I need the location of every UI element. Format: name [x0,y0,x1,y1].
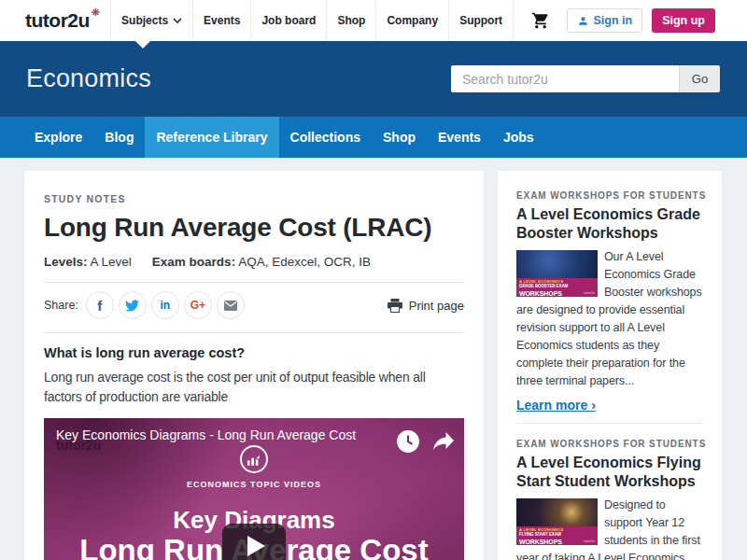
thumb-line2: FLYING START EXAM [519,533,598,538]
play-icon [247,536,265,556]
tab-blog[interactable]: Blog [93,117,145,158]
video-channel-badge: ECONOMICS TOPIC VIDEOS [44,445,464,489]
nav-company[interactable]: Company [375,0,448,41]
thumb-brand: tutor2u [584,291,595,295]
levels-value: A Level [91,255,132,269]
thumb-line2: GRADE BOOSTER EXAM [519,285,598,289]
nav-shop[interactable]: Shop [326,0,375,41]
tab-explore[interactable]: Explore [23,117,93,158]
print-page-label: Print page [409,299,464,313]
search-input[interactable] [451,65,679,92]
subject-banner: Economics Go [0,41,747,117]
article-body: Long run average cost is the cost per un… [44,368,464,407]
top-header: tutor2u ❋ Subjects Events Job board Shop… [0,0,747,41]
tab-reference-library-label: Reference Library [156,130,267,145]
thumbnail-caption: A LEVEL ECONOMICS GRADE BOOSTER EXAM WOR… [516,278,598,297]
sidebar-item-excerpt: A LEVEL ECONOMICS GRADE BOOSTER EXAM WOR… [516,248,703,390]
video-player[interactable]: tutor2u Key Economics Diagrams - Long Ru… [44,418,464,560]
tab-explore-label: Explore [35,130,82,145]
nav-company-label: Company [387,14,438,27]
sidebar-item-excerpt: A LEVEL ECONOMICS FLYING START EXAM WORK… [516,497,703,560]
learn-more-link[interactable]: Learn more › [516,398,596,413]
person-icon [577,15,589,27]
section-nav: Explore Blog Reference Library Collectio… [0,117,747,158]
email-icon [224,301,237,311]
article-title: Long Run Average Cost (LRAC) [44,213,464,243]
play-button[interactable] [222,524,286,560]
share-row: Share: f in G+ Print page [44,291,464,319]
facebook-share-button[interactable]: f [86,291,114,319]
levels-meta: Levels: A Level [44,255,132,269]
thumbnail-image [516,498,598,526]
nav-events[interactable]: Events [192,0,250,41]
print-page-button[interactable]: Print page [388,299,464,313]
sidebar-item-title[interactable]: A Level Economics Grade Booster Workshop… [516,205,703,243]
tab-blog-label: Blog [105,130,134,145]
tab-jobs[interactable]: Jobs [492,117,545,158]
boards-meta: Exam boards: AQA, Edexcel, OCR, IB [152,255,371,269]
top-nav: Subjects Events Job board Shop Company S… [110,0,514,41]
nav-job-board-label: Job board [261,14,316,27]
twitter-icon [125,300,139,312]
nav-shop-label: Shop [337,14,365,27]
tab-shop-label: Shop [383,130,416,145]
article-question: What is long run average cost? [44,344,464,361]
printer-icon [388,299,402,313]
nav-events-label: Events [204,14,240,27]
thumbnail-image [516,250,598,278]
divider [44,332,464,333]
boards-label: Exam boards: [152,255,235,269]
article-card: STUDY NOTES Long Run Average Cost (LRAC)… [24,171,484,560]
linkedin-share-button[interactable]: in [151,291,179,319]
sign-up-label: Sign up [662,14,705,27]
chart-icon [240,445,268,473]
workshop-thumbnail[interactable]: A LEVEL ECONOMICS FLYING START EXAM WORK… [516,498,598,545]
nav-support[interactable]: Support [448,0,514,41]
sign-in-label: Sign in [594,14,633,27]
sidebar-kicker: EXAM WORKSHOPS FOR STUDENTS [516,190,703,201]
share-label: Share: [44,299,78,312]
thumb-brand: tutor2u [584,539,595,543]
subject-title: Economics [26,64,151,93]
search-box: Go [451,65,720,92]
twitter-share-button[interactable] [119,291,147,319]
divider [516,423,703,424]
linkedin-icon: in [161,299,171,312]
sign-in-button[interactable]: Sign in [567,8,643,33]
video-badge-label: ECONOMICS TOPIC VIDEOS [44,480,464,489]
tab-events[interactable]: Events [427,117,492,158]
levels-label: Levels: [44,255,88,269]
boards-value: AQA, Edexcel, OCR, IB [238,255,371,269]
googleplus-share-button[interactable]: G+ [184,291,212,319]
article-kicker: STUDY NOTES [44,193,464,204]
workshop-thumbnail[interactable]: A LEVEL ECONOMICS GRADE BOOSTER EXAM WOR… [516,250,598,297]
logo-text: tutor2u [25,9,90,32]
video-title[interactable]: Key Economics Diagrams - Long Run Averag… [56,427,396,442]
article-meta: Levels: A Level Exam boards: AQA, Edexce… [44,255,464,269]
sidebar-kicker: EXAM WORKSHOPS FOR STUDENTS [516,439,703,449]
cart-icon [531,11,550,30]
nav-subjects-label: Subjects [121,14,168,27]
tab-events-label: Events [438,130,481,145]
cart-button[interactable] [531,11,550,30]
search-go-button[interactable]: Go [679,65,720,92]
email-share-button[interactable] [217,291,245,319]
subjects-pointer [135,41,150,49]
tab-collections-label: Collections [290,130,360,145]
facebook-icon: f [97,298,102,314]
header-actions: Sign in Sign up [531,0,747,41]
logo-flower-icon: ❋ [92,7,100,19]
tab-collections[interactable]: Collections [279,117,372,158]
sidebar-item-title[interactable]: A Level Economics Flying Start Student W… [516,454,703,491]
sidebar: EXAM WORKSHOPS FOR STUDENTS A Level Econ… [498,171,722,560]
tab-shop[interactable]: Shop [372,117,427,158]
nav-support-label: Support [459,14,502,27]
nav-job-board[interactable]: Job board [250,0,326,41]
tab-jobs-label: Jobs [503,130,534,145]
googleplus-icon: G+ [190,299,205,312]
logo[interactable]: tutor2u ❋ [0,0,110,41]
tab-reference-library[interactable]: Reference Library [145,117,278,158]
sign-up-button[interactable]: Sign up [652,8,715,33]
chevron-down-icon [173,18,182,23]
nav-subjects[interactable]: Subjects [110,0,192,41]
